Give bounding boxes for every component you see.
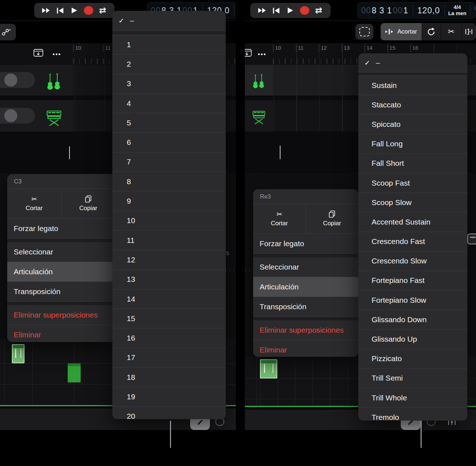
lcd-tempo: 120,0 (417, 6, 440, 15)
context-menu-item[interactable]: Eliminar (7, 325, 115, 342)
articulation-option-none[interactable]: ✓ – (112, 11, 226, 31)
articulation-number-list: 1234567891011121314151617181920 (112, 35, 226, 419)
context-menu-item[interactable]: Transposición (7, 281, 115, 301)
join-icon (464, 27, 473, 36)
articulation-number-option[interactable]: 15 (112, 309, 226, 328)
lcd-display[interactable]: 00 8 3 1 00 1 120,0 4/4 La men InSalida … (357, 2, 476, 19)
automation-button[interactable] (0, 24, 16, 40)
context-menu-item[interactable]: Articulación (253, 277, 358, 297)
toggle-knob (4, 109, 17, 122)
articulation-number-option[interactable]: 7 (112, 152, 226, 172)
track-options-ellipsis-icon[interactable]: ••• (53, 51, 61, 58)
context-menu-item[interactable]: Eliminar superposiciones (7, 305, 115, 325)
marquee-select-button[interactable] (355, 24, 373, 40)
articulation-number-option[interactable]: 17 (112, 348, 226, 367)
keyboard-track-icon[interactable] (252, 110, 266, 125)
articulation-name-option[interactable]: Trill Whole (358, 388, 467, 407)
cut-button[interactable]: ✂ Cortar (7, 189, 61, 218)
keyboard-toggle-icon[interactable] (467, 234, 476, 244)
context-menu-item[interactable]: Transposición (253, 297, 358, 316)
articulation-number-option[interactable]: 12 (112, 250, 226, 269)
articulation-name-option[interactable]: Trill Semi (358, 368, 467, 388)
articulation-name-option[interactable]: Tremolo (358, 407, 467, 421)
articulation-name-option[interactable]: Glissando Down (358, 310, 467, 329)
track-header-download-icon[interactable] (33, 49, 43, 57)
articulation-number-option[interactable]: 5 (112, 113, 226, 132)
articulation-number-option[interactable]: 13 (112, 270, 226, 289)
articulation-name-option[interactable]: Scoop Slow (358, 192, 467, 212)
midi-note[interactable] (68, 363, 81, 382)
articulation-number-option[interactable]: 6 (112, 132, 226, 152)
context-menu-item[interactable]: Eliminar superposiciones (253, 320, 358, 340)
rewind-to-start-button[interactable] (270, 4, 282, 17)
articulation-name-option[interactable]: Scoop Fast (358, 173, 467, 192)
articulation-name-option[interactable]: Accented Sustain (358, 212, 467, 231)
articulation-number-option[interactable]: 8 (112, 172, 226, 191)
articulation-name-option[interactable]: Crescendo Fast (358, 232, 467, 251)
track-toggle-keyboard[interactable] (0, 108, 35, 124)
keyboard-track-icon[interactable] (46, 110, 62, 126)
play-button[interactable] (284, 4, 297, 17)
menu-group-separator (7, 301, 115, 305)
articulation-name-list: SustainStaccatoSpiccatoFall LongFall Sho… (358, 76, 467, 421)
cycle-icon[interactable]: ⇄ (313, 4, 325, 17)
articulation-name-option[interactable]: Fall Long (358, 134, 467, 154)
copy-button[interactable]: Copiar (306, 204, 359, 234)
record-button[interactable] (298, 4, 311, 17)
articulation-name-option[interactable]: Spiccato (358, 114, 467, 134)
articulation-number-option[interactable]: 16 (112, 328, 226, 347)
articulation-number-option[interactable]: 18 (112, 367, 226, 387)
track-options-ellipsis-icon[interactable]: ••• (258, 51, 266, 58)
articulation-name-option[interactable]: Pizzicato (358, 349, 467, 368)
track-header-download-icon[interactable] (245, 49, 252, 57)
articulation-name-option[interactable]: Sustain (358, 76, 467, 95)
articulation-number-option[interactable]: 19 (112, 387, 226, 406)
strings-track-icon[interactable] (46, 73, 61, 90)
midi-note-selected[interactable] (12, 344, 24, 363)
articulation-name-option[interactable]: Staccato (358, 95, 467, 114)
strings-track-icon[interactable] (252, 73, 265, 90)
marquee-icon (359, 27, 370, 36)
cut-button[interactable]: ✂ Cortar (253, 204, 306, 234)
articulation-name-option[interactable]: Fortepiano Slow (358, 290, 467, 310)
articulation-number-option[interactable]: 4 (112, 93, 226, 113)
articulation-number-option[interactable]: 1 (112, 35, 226, 54)
context-menu-item[interactable]: Seleccionar (7, 242, 115, 262)
fast-forward-button[interactable] (40, 4, 52, 17)
articulation-option-none[interactable]: ✓ – (358, 53, 467, 72)
region-handle[interactable] (69, 146, 70, 159)
context-menu-item[interactable]: Forzar legato (7, 218, 115, 238)
context-menu-item[interactable]: Forzar legato (253, 234, 358, 253)
loop-segment[interactable] (422, 23, 441, 40)
context-menu-item[interactable]: Seleccionar (253, 257, 358, 277)
articulation-number-option[interactable]: 2 (112, 54, 226, 74)
copy-button[interactable]: Copiar (61, 189, 116, 218)
articulation-name-option[interactable]: Glissando Up (358, 329, 467, 349)
record-button[interactable] (82, 4, 95, 17)
track-toggle-strings[interactable] (0, 72, 35, 88)
cycle-icon[interactable]: ⇄ (96, 4, 109, 17)
midi-note-selected[interactable] (260, 359, 277, 378)
region-handle[interactable] (280, 146, 280, 159)
articulation-number-option[interactable]: 14 (112, 289, 226, 309)
articulation-number-option[interactable]: 10 (112, 211, 226, 230)
context-menu-item[interactable]: Eliminar (253, 340, 358, 357)
articulation-number-option[interactable]: 3 (112, 74, 226, 93)
fast-forward-button[interactable] (256, 4, 268, 17)
join-segment[interactable] (461, 23, 476, 40)
context-menu-item[interactable]: Articulación (7, 262, 115, 281)
rewind-to-start-button[interactable] (54, 4, 66, 17)
articulation-name-option[interactable]: Fortepiano Fast (358, 271, 467, 290)
copy-icon (85, 195, 91, 203)
articulation-number-option[interactable]: 20 (112, 407, 226, 419)
articulation-name-option[interactable]: Crescendo Slow (358, 251, 467, 271)
split-segment[interactable]: ✂ (441, 23, 461, 40)
scissors-icon: ✂ (277, 211, 282, 218)
trim-segment[interactable]: Acortar (381, 23, 422, 40)
articulation-name-option[interactable]: Fall Short (358, 154, 467, 173)
play-button[interactable] (68, 4, 81, 17)
articulation-number-option[interactable]: 11 (112, 230, 226, 250)
articulation-number-option[interactable]: 9 (112, 191, 226, 210)
callout-line (421, 421, 422, 448)
lcd-timesig-key: 4/4 La men (448, 4, 467, 16)
